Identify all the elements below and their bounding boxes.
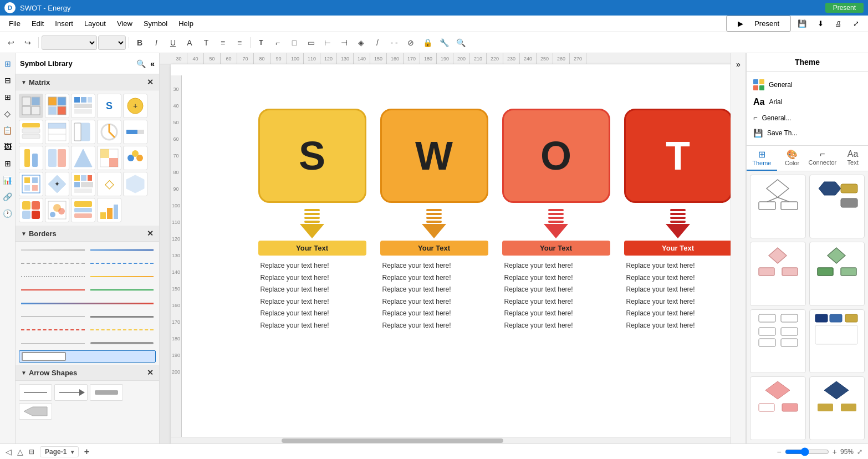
matrix-item-2[interactable] bbox=[45, 94, 69, 118]
swot-text-t-1[interactable]: Replace your text here! bbox=[624, 260, 731, 272]
connector-button[interactable]: ⌐ bbox=[270, 35, 285, 50]
schema-item-7[interactable] bbox=[750, 376, 806, 440]
matrix-item-22[interactable] bbox=[45, 198, 69, 222]
save-icon[interactable]: 💾 bbox=[793, 18, 811, 29]
swot-text-w-3[interactable]: Replace your text here! bbox=[380, 284, 488, 296]
swot-text-o-1[interactable]: Replace your text here! bbox=[502, 260, 610, 272]
border-item-3[interactable] bbox=[19, 271, 156, 283]
swot-text-w-4[interactable]: Replace your text here! bbox=[380, 296, 488, 308]
canvas-area[interactable]: 30 40 50 60 70 80 90 100 110 120 130 140… bbox=[160, 53, 731, 443]
distribute-button[interactable]: ⊣ bbox=[336, 35, 352, 50]
schema-item-6[interactable] bbox=[809, 309, 865, 373]
align-text-button[interactable]: ≡ bbox=[232, 35, 247, 50]
border-item-1[interactable] bbox=[19, 244, 156, 256]
border-item-5[interactable] bbox=[19, 297, 156, 309]
download-icon[interactable]: ⬇ bbox=[813, 18, 828, 29]
arrow-shape-1[interactable] bbox=[19, 384, 52, 401]
theme-option-general[interactable]: General bbox=[751, 76, 864, 94]
font-family-select[interactable] bbox=[42, 35, 97, 50]
sidebar-chart-icon[interactable]: 📊 bbox=[2, 174, 14, 186]
present-toolbar-button[interactable]: ▶ Present bbox=[726, 16, 791, 32]
swot-text-s-5[interactable]: Replace your text here! bbox=[258, 308, 366, 320]
matrix-item-10[interactable] bbox=[123, 120, 147, 144]
border-item-8[interactable] bbox=[19, 337, 156, 349]
sidebar-history-icon[interactable]: 🕐 bbox=[2, 207, 14, 220]
swot-text-t-4[interactable]: Replace your text here! bbox=[624, 296, 731, 308]
zoom-in-button[interactable]: + bbox=[833, 447, 837, 456]
bold-button[interactable]: B bbox=[132, 35, 147, 50]
swot-label-s[interactable]: Your Text bbox=[258, 241, 366, 256]
menu-insert[interactable]: Insert bbox=[50, 18, 78, 29]
schema-item-5[interactable] bbox=[750, 309, 806, 373]
shape-button[interactable]: □ bbox=[287, 35, 302, 50]
sidebar-template-icon[interactable]: ⊟ bbox=[2, 74, 14, 86]
swot-text-s-6[interactable]: Replace your text here! bbox=[258, 320, 366, 332]
tab-connector[interactable]: ⌐ Connector bbox=[808, 146, 838, 171]
horizontal-scrollbar[interactable] bbox=[171, 437, 731, 443]
theme-option-save[interactable]: 💾 Save Th... bbox=[751, 125, 864, 141]
symbol-collapse-button[interactable]: « bbox=[150, 59, 155, 68]
arrow-shape-3[interactable] bbox=[90, 384, 123, 401]
swot-text-s-4[interactable]: Replace your text here! bbox=[258, 296, 366, 308]
border-item-7[interactable] bbox=[19, 324, 156, 336]
page-view-toggle[interactable]: ⊟ bbox=[29, 448, 34, 456]
swot-text-w-5[interactable]: Replace your text here! bbox=[380, 308, 488, 320]
zoom-out-button[interactable]: − bbox=[777, 447, 782, 456]
swot-letter-o[interactable]: O bbox=[502, 109, 610, 203]
sidebar-link-icon[interactable]: 🔗 bbox=[2, 191, 14, 203]
matrix-item-11[interactable] bbox=[19, 146, 43, 170]
font-color-button[interactable]: A bbox=[182, 35, 197, 50]
border-item-9[interactable] bbox=[19, 350, 156, 363]
swot-letter-s[interactable]: S bbox=[258, 109, 366, 203]
matrix-item-13[interactable] bbox=[71, 146, 95, 170]
shape2-button[interactable]: ▭ bbox=[303, 35, 319, 50]
sidebar-image-icon[interactable]: 🖼 bbox=[2, 141, 14, 153]
text-button[interactable]: T bbox=[198, 35, 214, 50]
borders-close-button[interactable]: ✕ bbox=[147, 229, 154, 238]
matrix-item-19[interactable]: ◇ bbox=[97, 172, 121, 196]
swot-text-t-3[interactable]: Replace your text here! bbox=[624, 284, 731, 296]
add-page-button[interactable]: + bbox=[84, 447, 89, 457]
matrix-item-7[interactable] bbox=[45, 120, 69, 144]
lock-button[interactable]: 🔒 bbox=[420, 35, 435, 50]
matrix-item-18[interactable] bbox=[71, 172, 95, 196]
menu-symbol[interactable]: Symbol bbox=[139, 18, 172, 29]
theme-option-arial[interactable]: Aa Arial bbox=[751, 94, 864, 110]
matrix-item-16[interactable] bbox=[19, 172, 43, 196]
italic-button[interactable]: I bbox=[149, 35, 164, 50]
schema-item-4[interactable] bbox=[809, 242, 865, 305]
arrow-shapes-close-button[interactable]: ✕ bbox=[147, 368, 154, 377]
matrix-item-17[interactable]: ✦ bbox=[45, 172, 69, 196]
menu-file[interactable]: File bbox=[4, 18, 25, 29]
swot-label-w[interactable]: Your Text bbox=[380, 241, 488, 256]
swot-text-t-6[interactable]: Replace your text here! bbox=[624, 320, 731, 332]
swot-label-t[interactable]: Your Text bbox=[624, 241, 731, 256]
sidebar-symbol-icon[interactable]: ⊞ bbox=[2, 58, 14, 70]
page-nav-up[interactable]: △ bbox=[17, 447, 23, 456]
undo-button[interactable]: ↩ bbox=[3, 35, 19, 50]
tab-text[interactable]: Aa Text bbox=[838, 146, 868, 171]
matrix-item-12[interactable] bbox=[45, 146, 69, 170]
theme-option-general2[interactable]: ⌐ General... bbox=[751, 110, 864, 125]
menu-edit[interactable]: Edit bbox=[27, 18, 48, 29]
schema-item-1[interactable] bbox=[750, 175, 806, 238]
menu-view[interactable]: View bbox=[113, 18, 137, 29]
swot-text-s-1[interactable]: Replace your text here! bbox=[258, 260, 366, 272]
matrix-item-14[interactable] bbox=[97, 146, 121, 170]
tab-theme[interactable]: ⊞ Theme bbox=[747, 146, 777, 171]
swot-text-s-3[interactable]: Replace your text here! bbox=[258, 284, 366, 296]
swot-text-o-6[interactable]: Replace your text here! bbox=[502, 320, 610, 332]
font-size-select[interactable] bbox=[98, 35, 126, 50]
swot-text-w-1[interactable]: Replace your text here! bbox=[380, 260, 488, 272]
present-button[interactable]: Present bbox=[825, 3, 864, 13]
page-nav-left[interactable]: ◁ bbox=[6, 447, 12, 456]
expand-right-panel-button[interactable]: » bbox=[734, 58, 743, 71]
sidebar-table-icon[interactable]: ⊞ bbox=[2, 157, 14, 170]
matrix-item-24[interactable] bbox=[97, 198, 121, 222]
symbol-search-button[interactable]: 🔍 bbox=[136, 59, 146, 68]
schema-item-2[interactable] bbox=[809, 175, 865, 238]
sidebar-theme-icon[interactable]: ⊞ bbox=[2, 91, 14, 103]
arrow-shape-2[interactable] bbox=[54, 384, 88, 401]
swot-text-s-2[interactable]: Replace your text here! bbox=[258, 272, 366, 284]
matrix-item-15[interactable] bbox=[123, 146, 147, 170]
